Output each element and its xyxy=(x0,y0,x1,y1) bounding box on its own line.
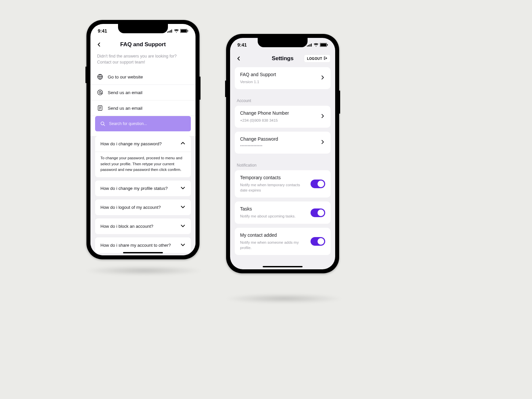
svg-rect-19 xyxy=(308,45,309,47)
faq-question-toggle[interactable]: How do i change my profile status? xyxy=(95,181,191,196)
faq-item: How do i share my account to other? xyxy=(95,237,191,253)
svg-rect-5 xyxy=(181,30,187,33)
toggle-switch[interactable] xyxy=(311,180,325,188)
faq-item: How do i logout of my account? xyxy=(95,200,191,215)
signal-icon xyxy=(307,43,312,47)
svg-rect-23 xyxy=(321,44,327,47)
notch xyxy=(258,38,308,47)
faq-subtext: Didn't find the answers you are looking … xyxy=(90,51,196,69)
svg-point-10 xyxy=(98,90,103,95)
toggle-switch[interactable] xyxy=(311,237,325,246)
link-label: Send us an email xyxy=(108,106,142,111)
chevron-down-icon xyxy=(180,185,186,192)
svg-rect-1 xyxy=(169,31,170,33)
faq-search-input[interactable] xyxy=(109,121,186,126)
toggle-switch[interactable] xyxy=(311,208,325,217)
settings-item-faq[interactable]: FAQ and Support Version 1.1 xyxy=(235,67,331,89)
home-indicator[interactable] xyxy=(123,252,163,253)
titlebar-settings: Settings LOGOUT xyxy=(230,52,335,65)
faq-question-toggle[interactable]: How do i logout of my account? xyxy=(95,200,191,215)
screen-faq: 9:41 FAQ and Support Didn't find the ans… xyxy=(90,24,196,255)
svg-rect-20 xyxy=(310,44,311,47)
svg-rect-24 xyxy=(327,44,328,46)
card-title: Change Password xyxy=(240,136,316,142)
chevron-right-icon xyxy=(320,139,325,146)
battery-icon xyxy=(180,29,188,33)
svg-rect-6 xyxy=(188,30,188,32)
globe-icon xyxy=(97,74,103,80)
back-button[interactable] xyxy=(95,41,103,49)
notch xyxy=(118,24,168,33)
at-icon xyxy=(97,89,103,95)
chevron-up-icon xyxy=(180,141,186,147)
card-title: Temporary contacts xyxy=(240,175,307,180)
status-time: 9:41 xyxy=(98,28,107,34)
phone-frame-settings: 9:41 Settings LOGOUT FAQ and Support xyxy=(226,34,339,273)
faq-question-toggle[interactable]: How do i change my password? xyxy=(95,136,191,152)
faq-search[interactable] xyxy=(95,116,191,131)
back-button[interactable] xyxy=(235,55,243,63)
link-website[interactable]: Go to our website xyxy=(90,69,196,85)
chevron-down-icon xyxy=(180,242,186,248)
card-title: Tasks xyxy=(240,206,307,211)
battery-icon xyxy=(320,43,328,47)
settings-item-phone[interactable]: Change Phone Number +234 (0)909 838 3415 xyxy=(235,106,331,128)
svg-point-11 xyxy=(99,91,101,93)
card-title: FAQ and Support xyxy=(240,72,316,77)
svg-rect-2 xyxy=(170,30,171,33)
card-subtitle: Notify me about upcoming tasks. xyxy=(240,213,307,219)
card-title: My contact added xyxy=(240,232,307,238)
status-icons xyxy=(167,29,188,33)
card-subtitle: +234 (0)909 838 3415 xyxy=(240,118,316,123)
logout-button[interactable]: LOGOUT xyxy=(304,55,331,63)
link-label: Go to our website xyxy=(108,74,143,79)
card-subtitle: Notify me when someone adds my profile. xyxy=(240,240,307,250)
page-title: Settings xyxy=(272,55,293,62)
svg-rect-0 xyxy=(167,32,168,33)
toggle-temporary-contacts: Temporary contacts Notify me when tempor… xyxy=(235,170,331,198)
wifi-icon xyxy=(314,43,319,47)
status-time: 9:41 xyxy=(237,42,247,48)
faq-question: How do i logout of my account? xyxy=(100,205,161,210)
svg-rect-21 xyxy=(311,44,312,47)
logout-icon xyxy=(324,56,328,61)
svg-rect-18 xyxy=(307,46,308,47)
chevron-down-icon xyxy=(180,223,186,229)
section-label-notification: Notification xyxy=(230,158,335,170)
titlebar-faq: FAQ and Support xyxy=(90,38,196,51)
faq-item-open: How do i change my password? To change y… xyxy=(95,136,191,177)
faq-answer: To change your password, proceed to menu… xyxy=(95,152,191,177)
page-title: FAQ and Support xyxy=(120,41,166,48)
svg-rect-3 xyxy=(171,30,172,33)
faq-question-toggle[interactable]: How do i block an account? xyxy=(95,218,191,234)
screen-settings: 9:41 Settings LOGOUT FAQ and Support xyxy=(230,38,335,269)
phone-frame-faq: 9:41 FAQ and Support Didn't find the ans… xyxy=(86,20,200,259)
phone-shadow xyxy=(84,266,203,275)
faq-question: How do i block an account? xyxy=(100,224,153,229)
link-form[interactable]: Send us an email xyxy=(90,100,196,116)
card-title: Change Phone Number xyxy=(240,110,316,116)
faq-question: How do i share my account to other? xyxy=(100,243,171,248)
toggle-contact-added: My contact added Notify me when someone … xyxy=(235,228,331,255)
faq-question: How do i change my profile status? xyxy=(100,186,168,191)
toggle-tasks: Tasks Notify me about upcoming tasks. xyxy=(235,201,331,223)
chevron-down-icon xyxy=(180,204,186,210)
wifi-icon xyxy=(174,29,179,33)
card-subtitle: *************** xyxy=(240,144,316,149)
card-subtitle: Version 1.1 xyxy=(240,79,316,84)
link-email[interactable]: Send us an email xyxy=(90,85,196,100)
settings-item-password[interactable]: Change Password *************** xyxy=(235,132,331,154)
faq-list: How do i change my password? To change y… xyxy=(90,136,196,255)
search-icon xyxy=(100,121,106,127)
chevron-right-icon xyxy=(320,75,325,81)
logout-label: LOGOUT xyxy=(307,57,322,61)
faq-question-toggle[interactable]: How do i share my account to other? xyxy=(95,237,191,253)
faq-question: How do i change my password? xyxy=(100,141,162,146)
document-icon xyxy=(97,105,103,111)
card-subtitle: Notify me when temporary contacts date e… xyxy=(240,182,307,193)
phone-shadow xyxy=(224,294,344,303)
faq-item: How do i block an account? xyxy=(95,218,191,234)
chevron-right-icon xyxy=(320,113,325,120)
home-indicator[interactable] xyxy=(263,266,303,267)
svg-line-17 xyxy=(104,125,105,126)
